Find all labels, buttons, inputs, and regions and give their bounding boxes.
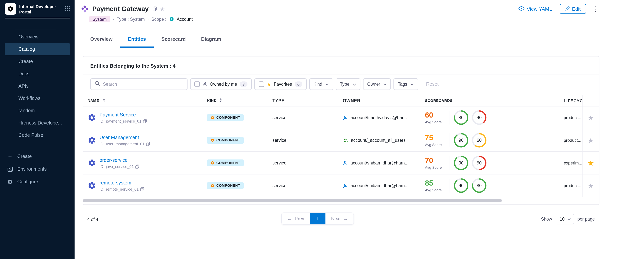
favorites-label: Favorites [274,82,292,86]
favorite-title-star-icon[interactable]: ★ [160,6,165,12]
favorite-star-icon[interactable]: ★ [588,114,594,121]
sort-icon [102,98,106,103]
sidebar-item-workflows[interactable]: Workflows [4,92,70,104]
entity-name-link[interactable]: Payment Service [100,112,147,118]
per-page-select[interactable]: 10 [556,214,574,224]
favorite-star-icon[interactable]: ★ [588,182,594,189]
table-row: User ManagementID:user_management_01COMP… [83,129,599,152]
column-header-kind[interactable]: KIND [203,95,268,106]
main-area: Payment Gateway ★ View YAML [74,0,644,259]
sidebar-item-harness-develope[interactable]: Harness Develope... [4,117,70,129]
sidebar-item-code-pulse[interactable]: Code Pulse [4,129,70,141]
avg-score-value: 60 [425,111,446,118]
column-header-name[interactable]: NAME [83,95,203,106]
scorecards-cell: 70Avg Score9050 [422,152,559,174]
filter-dropdown-type[interactable]: Type [336,78,360,90]
owned-by-me-checkbox[interactable] [194,82,200,87]
sidebar-item-overview[interactable]: Overview [4,30,70,43]
page-title: Payment Gateway [92,5,149,13]
sidebar-item-catalog[interactable]: Catalog [4,43,70,55]
tab-diagram[interactable]: Diagram [194,31,229,48]
tab-scorecard[interactable]: Scorecard [154,31,194,48]
tab-entities[interactable]: Entities [120,31,154,48]
sidebar: Internal Developer Portal OverviewCatalo… [0,0,74,259]
name-cell: Payment ServiceID:payment_service_01 [83,106,203,129]
sidebar-brand: Internal Developer Portal [0,0,74,15]
avg-score-value: 85 [425,179,446,186]
next-page-button[interactable]: Next → [325,213,354,224]
sidebar-bottom-item-configure[interactable]: Configure [4,176,70,188]
component-gear-icon [88,182,96,190]
type-label: Type : System [117,17,145,22]
favorite-cell: ★ [582,174,599,197]
score-donut: 90 [454,178,468,193]
owner-value: account/_account_all_users [351,138,406,142]
sidebar-item-create[interactable]: Create [4,55,70,68]
reset-filters-button[interactable]: Reset [426,82,438,87]
sidebar-bottom-item-create[interactable]: +Create [4,150,70,163]
filter-dropdown-tags[interactable]: Tags [394,78,418,90]
owned-by-me-label: Owned by me [210,82,237,86]
copy-icon[interactable] [143,119,147,123]
entity-id: user_management_01 [106,142,144,146]
sidebar-item-random[interactable]: random [4,104,70,117]
tab-overview[interactable]: Overview [82,31,120,48]
favorite-star-icon[interactable]: ★ [588,159,594,166]
entity-name-link[interactable]: order-service [100,157,139,163]
edit-button[interactable]: Edit [560,4,586,14]
column-header-scorecards: SCORECARDS [422,95,559,106]
filter-dropdowns: KindTypeOwnerTags [309,78,418,90]
eye-icon [518,6,524,12]
owned-by-me-filter[interactable]: Owned by me 3 [190,78,252,90]
favorite-star-icon[interactable]: ★ [588,136,594,144]
filter-dropdown-kind[interactable]: Kind [309,78,333,90]
copy-icon[interactable] [135,164,139,168]
chevron-down-icon [352,82,356,86]
tab-bar: OverviewEntitiesScorecardDiagram [74,31,644,48]
user-icon [202,82,207,87]
copy-icon[interactable] [140,187,144,191]
search-box [90,78,188,90]
sidebar-nav: OverviewCatalogCreateDocsAPIsWorkflowsra… [0,30,74,141]
favorite-cell: ★ [582,152,599,174]
per-page-control: Show 10 per page [541,214,595,224]
owned-by-me-count: 3 [240,82,248,87]
lifecycle-cell: product... [559,129,582,152]
column-header-lifecycle: LIFECYCLE [559,95,582,106]
search-input[interactable] [103,82,183,86]
favorites-checkbox[interactable] [258,82,264,87]
favorites-filter[interactable]: ★ Favorites 0 [254,78,307,90]
page-header: Payment Gateway ★ View YAML [74,0,644,22]
sidebar-item-apis[interactable]: APIs [4,80,70,92]
sidebar-item-docs[interactable]: Docs [4,68,70,80]
filter-dropdown-owner[interactable]: Owner [363,78,391,90]
copy-title-icon[interactable] [152,6,157,11]
favorite-cell: ★ [582,129,599,152]
component-gear-icon [88,136,96,144]
entity-name-link[interactable]: User Management [100,135,150,140]
score-donut: 80 [454,110,468,125]
avg-score-label: Avg Score [425,188,446,192]
copy-icon[interactable] [146,142,150,146]
entities-card: Entities Belonging to the System : 4 Own… [82,56,600,205]
kebab-menu-icon[interactable]: ⋮ [592,6,599,12]
view-yaml-button[interactable]: View YAML [518,6,552,12]
kind-badge: COMPONENT [207,160,244,166]
harness-logo-icon[interactable] [4,3,16,14]
entity-name-link[interactable]: remote-system [100,180,144,186]
brand-title: Internal Developer Portal [19,3,56,15]
app-grid-icon[interactable] [65,3,70,13]
sidebar-bottom-item-environments[interactable]: Environments [4,163,70,176]
table-header-row: NAMEKINDTYPEOWNERSCORECARDSLIFECYCLE [83,95,599,106]
score-donut: 90 [454,156,468,170]
score-donut: 60 [472,133,486,148]
page-1-button[interactable]: 1 [310,213,325,224]
show-label: Show [541,217,552,221]
scorecards-cell: 85Avg Score9080 [422,174,559,197]
prev-page-button[interactable]: ← Prev [282,213,310,224]
scrollbar-thumb[interactable] [83,199,502,202]
chevron-down-icon [410,82,414,86]
score-divider [450,179,450,192]
sidebar-bottom-label: Create [17,154,32,159]
scorecards-cell: 60Avg Score8040 [422,106,559,129]
